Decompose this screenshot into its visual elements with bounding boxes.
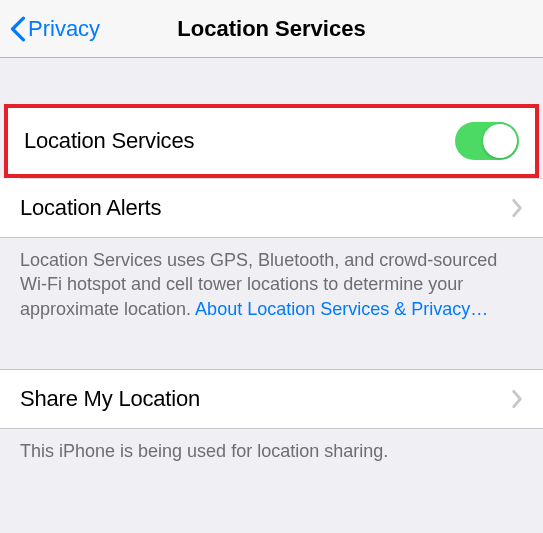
location-services-toggle[interactable]	[455, 122, 519, 160]
section-spacer	[0, 58, 543, 104]
location-services-label: Location Services	[24, 128, 194, 154]
share-footer: This iPhone is being used for location s…	[0, 429, 543, 481]
location-alerts-row[interactable]: Location Alerts	[0, 179, 543, 237]
chevron-left-icon	[10, 16, 26, 42]
back-label: Privacy	[28, 16, 100, 42]
services-footer: Location Services uses GPS, Bluetooth, a…	[0, 238, 543, 339]
toggle-knob	[483, 124, 517, 158]
chevron-right-icon	[511, 198, 523, 218]
share-footer-text: This iPhone is being used for location s…	[20, 441, 388, 461]
chevron-right-icon	[511, 389, 523, 409]
share-my-location-label: Share My Location	[20, 386, 200, 412]
location-services-row[interactable]: Location Services	[8, 108, 535, 174]
highlight-box: Location Services	[4, 104, 539, 178]
about-privacy-link[interactable]: About Location Services & Privacy…	[195, 299, 488, 319]
back-button[interactable]: Privacy	[0, 16, 100, 42]
nav-bar: Privacy Location Services	[0, 0, 543, 58]
section-spacer	[0, 339, 543, 369]
location-alerts-label: Location Alerts	[20, 195, 161, 221]
share-my-location-row[interactable]: Share My Location	[0, 370, 543, 428]
